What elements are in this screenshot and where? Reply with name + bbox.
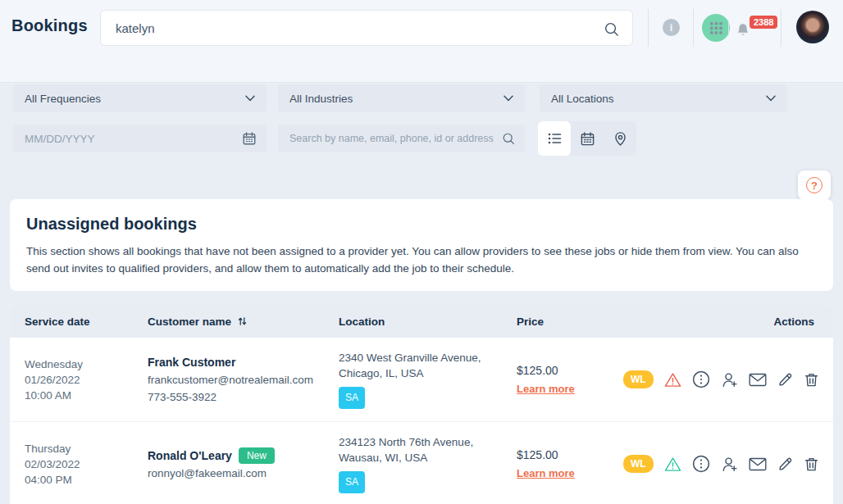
learn-more-link[interactable]: Learn more	[517, 467, 575, 479]
table-row: Wednesday 01/26/2022 10:00 AM Frank Cust…	[10, 338, 833, 422]
info-glyph: i	[670, 21, 673, 34]
customer-cell: Ronald O'LearyNew ronnyol@fakeemail.com	[148, 447, 339, 482]
booking-search-field[interactable]	[278, 125, 525, 152]
customer-name[interactable]: Ronald O'Leary	[148, 449, 232, 462]
header-service-date: Service date	[25, 316, 148, 328]
actions-cell: WL	[623, 455, 819, 473]
email-icon[interactable]	[749, 457, 767, 471]
help-button[interactable]: ?	[798, 170, 831, 200]
customer-phone[interactable]: 773-555-3922	[148, 388, 339, 406]
table-row: Thursday 02/03/2022 04:00 PM Ronald O'Le…	[10, 422, 833, 504]
help-glyph: ?	[811, 179, 818, 192]
address-line2: Wausau, WI, USA	[339, 450, 517, 465]
customer-email[interactable]: ronnyol@fakeemail.com	[148, 465, 339, 482]
header-actions: Actions	[773, 316, 814, 328]
unassigned-bookings-card: Unassigned bookings This section shows a…	[10, 199, 833, 291]
header-location: Location	[339, 316, 517, 328]
table-header-row: Service date Customer name Location Pric…	[10, 305, 833, 338]
assign-provider-icon[interactable]	[721, 371, 738, 388]
service-date: 01/26/2022	[25, 372, 148, 388]
service-date-cell: Thursday 02/03/2022 04:00 PM	[25, 441, 148, 488]
date-filter-input[interactable]	[13, 125, 242, 152]
delete-icon[interactable]	[804, 372, 819, 388]
apps-grid-icon[interactable]	[702, 14, 730, 42]
search-icon[interactable]	[604, 21, 619, 37]
service-day: Thursday	[25, 441, 148, 456]
calendar-view-icon	[580, 131, 595, 147]
global-search[interactable]	[100, 10, 633, 46]
price-amount: $125.00	[517, 448, 623, 461]
email-icon[interactable]	[749, 373, 767, 387]
service-date: 02/03/2022	[25, 456, 148, 472]
learn-more-link[interactable]: Learn more	[517, 383, 575, 395]
chevron-down-icon	[766, 95, 776, 102]
section-description: This section shows all bookings that hav…	[26, 243, 817, 277]
page-title: Bookings	[11, 16, 88, 35]
service-area-badge: SA	[339, 387, 365, 409]
delete-icon[interactable]	[804, 456, 819, 472]
customer-email[interactable]: frankcustomer@notrealemail.com	[148, 371, 339, 388]
price-cell: $125.00 Learn more	[517, 364, 623, 396]
info-icon[interactable]: i	[663, 19, 680, 36]
service-date-cell: Wednesday 01/26/2022 10:00 AM	[25, 356, 148, 403]
edit-icon[interactable]	[777, 456, 793, 472]
notifications-bell-icon[interactable]	[735, 22, 751, 39]
divider	[648, 9, 649, 47]
booking-search-input[interactable]	[278, 125, 502, 152]
assign-provider-icon[interactable]	[721, 456, 738, 473]
location-cell: 2340 West Granville Avenue, Chicago, IL,…	[339, 350, 517, 409]
map-pin-icon	[613, 131, 628, 147]
more-options-icon[interactable]	[692, 370, 710, 388]
location-filter-label: All Locations	[551, 93, 614, 105]
new-badge: New	[239, 447, 275, 464]
edit-icon[interactable]	[777, 372, 793, 388]
bookings-table: Service date Customer name Location Pric…	[10, 305, 833, 504]
list-view-icon	[546, 130, 563, 147]
divider	[728, 20, 729, 35]
customer-cell: Frank Customer frankcustomer@notrealemai…	[148, 353, 339, 406]
price-cell: $125.00 Learn more	[517, 448, 623, 480]
view-toggle-group	[538, 121, 636, 156]
address-line2: Chicago, IL, USA	[339, 366, 517, 381]
top-header: Bookings i 2388	[0, 0, 843, 83]
map-view-button[interactable]	[604, 121, 636, 156]
address-line1: 2340 West Granville Avenue,	[339, 350, 517, 366]
service-area-badge: SA	[339, 471, 365, 493]
divider	[781, 9, 781, 47]
notification-count-badge[interactable]: 2388	[750, 16, 777, 29]
sort-icon[interactable]	[237, 316, 248, 327]
waitlist-badge[interactable]: WL	[623, 370, 654, 388]
section-title: Unassigned bookings	[26, 215, 817, 234]
frequency-filter-dropdown[interactable]: All Frequencies	[13, 84, 267, 112]
frequency-filter-label: All Frequencies	[25, 93, 101, 105]
search-icon[interactable]	[502, 132, 515, 145]
calendar-icon[interactable]	[242, 131, 257, 146]
address-line1: 234123 North 76th Avenue,	[339, 434, 517, 450]
question-mark-icon: ?	[806, 177, 822, 193]
divider	[693, 9, 694, 47]
waitlist-badge[interactable]: WL	[623, 455, 654, 473]
more-options-icon[interactable]	[692, 455, 710, 473]
service-day: Wednesday	[25, 356, 148, 372]
warning-icon[interactable]	[664, 372, 681, 388]
price-amount: $125.00	[517, 364, 623, 377]
global-search-input[interactable]	[101, 11, 632, 45]
list-view-button[interactable]	[538, 121, 571, 156]
chevron-down-icon	[504, 95, 513, 102]
chevron-down-icon	[245, 95, 255, 102]
customer-name[interactable]: Frank Customer	[148, 356, 235, 369]
calendar-view-button[interactable]	[571, 121, 604, 156]
industry-filter-dropdown[interactable]: All Industries	[278, 84, 525, 112]
header-customer-name-label: Customer name	[148, 316, 231, 328]
grid-glyph	[710, 22, 722, 34]
location-cell: 234123 North 76th Avenue, Wausau, WI, US…	[339, 434, 517, 493]
user-avatar[interactable]	[796, 11, 829, 43]
service-time: 04:00 PM	[25, 472, 148, 488]
date-filter-field[interactable]	[13, 125, 267, 152]
header-price: Price	[517, 316, 623, 328]
location-filter-dropdown[interactable]: All Locations	[540, 84, 787, 112]
warning-icon[interactable]	[664, 456, 681, 472]
actions-cell: WL	[623, 370, 819, 388]
service-time: 10:00 AM	[25, 388, 148, 403]
header-customer-name[interactable]: Customer name	[148, 316, 339, 328]
